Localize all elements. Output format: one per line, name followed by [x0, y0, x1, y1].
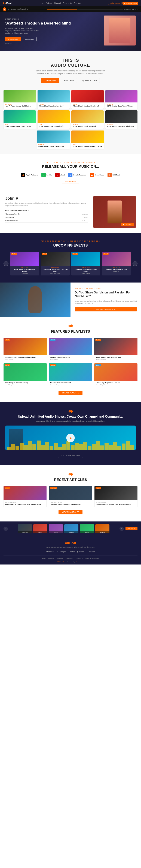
playlist-card-2[interactable]: VIDEO Summer Nights w Friends Pop Playli…	[49, 338, 92, 361]
radio-item-3[interactable]: Chill Mix	[49, 524, 63, 533]
event-card-2[interactable]: VIDEO FEB 20, 2020 Experience the Sounds…	[41, 252, 70, 275]
podcast-card-3[interactable]: MUSIC Where Should You Look For Love?	[71, 90, 104, 108]
playlist-card-5[interactable]: AUDIO I'm Your Favorite President" Comed…	[49, 363, 92, 387]
playlist-card-6[interactable]: VIDEO I Guess my Neighbours Love Me Dram…	[94, 363, 138, 387]
footer-facebook[interactable]: f Facebook	[46, 551, 54, 553]
platforms-list: 🍎 Apple Podcasts ♫ Spotify ♥ iHeart G Go…	[5, 173, 136, 177]
playlist-card-4[interactable]: AUDIO Something To Keep You Going Mixed …	[3, 363, 47, 387]
volume-icon[interactable]: ♪	[137, 8, 138, 10]
john-listen-button[interactable]: ► LISTENING	[121, 223, 134, 226]
article-card-1-title: Anniversary of Elton John's Most Popular…	[5, 503, 45, 505]
podcast-card-9[interactable]: COMEDY DBRP Solutic: Trying The Phones	[37, 130, 70, 149]
platform-spotify[interactable]: ♫ Spotify	[41, 173, 52, 177]
footer-twitter[interactable]: t Twitter	[69, 551, 75, 553]
nav-premium[interactable]: Premium	[74, 2, 81, 4]
player-progress[interactable]	[47, 9, 123, 9]
hero-listen-button[interactable]: ► LISTENING	[5, 37, 21, 41]
playlist-card-1-title: Amazing Stories From Around the Globe	[5, 356, 45, 358]
article-card-2-body: FEBRUARY 02, 2020 Analysis About the Mos…	[49, 500, 92, 507]
radio-item-5[interactable]: Country	[80, 524, 94, 533]
player-play-button[interactable]	[3, 7, 6, 11]
podcast-card-5-image	[3, 111, 36, 123]
nav-channel[interactable]: Channel	[54, 2, 61, 4]
footer-link-community[interactable]: Community	[66, 558, 73, 559]
radio-items: Classic Rock Hot 100 Chill Mix Jazz Blue…	[9, 524, 118, 533]
radio-item-1[interactable]: Classic Rock	[18, 524, 32, 533]
article-card-3[interactable]: TECH MARCH 10, 2020 Consequence of Sound…	[95, 486, 138, 507]
event-card-2-location: New York, USA	[42, 273, 68, 274]
shuffle-icon[interactable]: ⇄	[132, 8, 134, 10]
radio-item-4[interactable]: Jazz Blues	[64, 524, 78, 533]
footer-link-premium[interactable]: Premium Membership	[85, 558, 99, 559]
upload-play-button[interactable]	[66, 434, 75, 442]
platform-apple[interactable]: 🍎 Apple Podcasts	[21, 173, 38, 177]
footer-link-channels[interactable]: Channels	[48, 558, 54, 559]
footer-logo: AirBeat	[3, 541, 138, 545]
podcast-card-1[interactable]: EDUCATION How To Avoid Making Bad Choice…	[3, 90, 36, 108]
list-item[interactable]: Soothing fire 1.8k max	[5, 216, 88, 219]
event-card-3-date: MAR 05, 2020	[73, 267, 99, 268]
john-description: Lorem ipsum dolor sit amet consectetur a…	[5, 202, 88, 207]
radio-item-6[interactable]: EDM Beats	[95, 524, 109, 533]
podcast-card-10[interactable]: MUSIC DBRP Solutic: Save To Plan Your Wo…	[71, 130, 104, 149]
list-item[interactable]: Constance at last 3.4k max	[5, 219, 88, 222]
footer-google[interactable]: G+ Google+	[57, 551, 66, 553]
podcast-card-6[interactable]: TECH DBRP Solutic: How Beyond Safe	[38, 111, 70, 129]
article-card-2[interactable]: REVIEW FEBRUARY 02, 2020 Analysis About …	[49, 486, 92, 507]
hero-subscribe-button[interactable]: SUBSCRIBE	[22, 37, 36, 41]
discover-button[interactable]: Discover Now	[41, 78, 59, 83]
event-card-1[interactable]: AUDIO JAN 15, 2020 Rock & Roll at Never …	[10, 252, 39, 275]
podcast-card-8[interactable]: BUSINESS DBRP Solutic: Save Your Mind Ea…	[105, 111, 138, 129]
footer-vimeo[interactable]: ▶ Vimeo	[77, 551, 84, 553]
playlist-card-5-body: I'm Your Favorite President" Comedy Play…	[49, 381, 92, 387]
article-card-2-image: REVIEW	[49, 486, 92, 500]
playlist-card-5-badge: AUDIO	[50, 364, 56, 366]
article-card-1[interactable]: MUSIC JANUARY 15, 2020 Anniversary of El…	[3, 486, 46, 507]
top-podcasts-button[interactable]: Top Rated Podcasts	[79, 78, 100, 83]
upload-button[interactable]: ► UPLOAD NOW	[122, 2, 138, 5]
carousel-prev-arrow[interactable]: ‹	[3, 261, 8, 266]
footer-link-podcasts[interactable]: Podcasts	[57, 558, 63, 559]
upload-free-button[interactable]: ⬇ UPLOAD FOR FREE	[58, 454, 83, 458]
footer-link-contact[interactable]: Contact Us	[76, 558, 83, 559]
podcast-card-4[interactable]: LIFESTYLE DBRP Solutic: Good Travel Thin…	[105, 90, 138, 108]
repeat-icon[interactable]: ↺	[135, 8, 136, 10]
podcast-card-5[interactable]: MUSIC DBRP Solutic: Good Travel Thinks	[3, 111, 36, 129]
radio-next-arrow[interactable]: ›	[119, 527, 124, 531]
radio-open-button[interactable]: OPEN NOW	[126, 527, 138, 530]
radio-item-2[interactable]: Hot 100	[33, 524, 47, 533]
nav-community[interactable]: Community	[63, 2, 72, 4]
radio-prev-arrow[interactable]: ‹	[3, 527, 8, 531]
footer-link-home[interactable]: Home	[42, 558, 45, 559]
platform-rss[interactable]: ⊞ RSS Feed	[107, 173, 120, 177]
all-playlists-button[interactable]: SEE ALL PLAYLISTS	[59, 391, 82, 395]
carousel-next-arrow[interactable]: ›	[133, 261, 138, 266]
playlist-card-1-body: Amazing Stories From Around the Globe Ro…	[3, 355, 47, 361]
podcast-card-7[interactable]: HEALTH DBRP Solutic: Send Your Work	[71, 111, 104, 129]
playlist-card-1-badge: AUDIO	[5, 339, 10, 341]
footer-youtube[interactable]: ▷ YouTube	[87, 551, 95, 553]
upload-section-icon	[68, 409, 73, 413]
list-item[interactable]: The dance of my life 2.2k max	[5, 213, 88, 216]
nav-home[interactable]: Home	[39, 2, 43, 4]
podcast-card-3-image	[71, 90, 104, 102]
article-card-3-badge: TECH	[96, 487, 101, 489]
articles-title: RECENT ARTICLES	[3, 478, 138, 482]
login-button[interactable]: Login/Register	[108, 2, 121, 5]
platform-soundcloud[interactable]: ☁ SoundCloud	[90, 173, 104, 177]
all-articles-button[interactable]: VIEW ALL ARTICLES	[59, 510, 82, 515]
nav-podcast[interactable]: Podcast	[46, 2, 52, 4]
playlist-card-1[interactable]: AUDIO Amazing Stories From Around the Gl…	[3, 338, 47, 361]
podcast-card-2[interactable]: TRAVEL Where Should You Seek Advice?	[38, 90, 70, 108]
platform-google[interactable]: G Google Podcasts	[68, 173, 86, 177]
radio-item-5-label: Country	[80, 531, 94, 533]
editors-picks-button[interactable]: Editor's Picks	[61, 78, 77, 83]
apply-button[interactable]: APPLY AS DJ ON AIRBEAT	[75, 307, 137, 311]
podcast-card-9-category: COMEDY	[38, 144, 68, 145]
playlist-card-3[interactable]: AUDIO South Bronx: "Walk The Talk Rap" H…	[94, 338, 138, 361]
see-all-button[interactable]: SEE ALL MORE	[62, 180, 79, 184]
john-section: John R Lorem ipsum dolor sit amet consec…	[0, 191, 141, 233]
event-card-4[interactable]: VIDEO APR 12, 2020 Famous Talents at One…	[102, 252, 131, 275]
event-card-3[interactable]: AUDIO MAR 05, 2020 Downtown Summer and L…	[71, 252, 100, 275]
platform-iheart[interactable]: ♥ iHeart	[55, 173, 65, 177]
